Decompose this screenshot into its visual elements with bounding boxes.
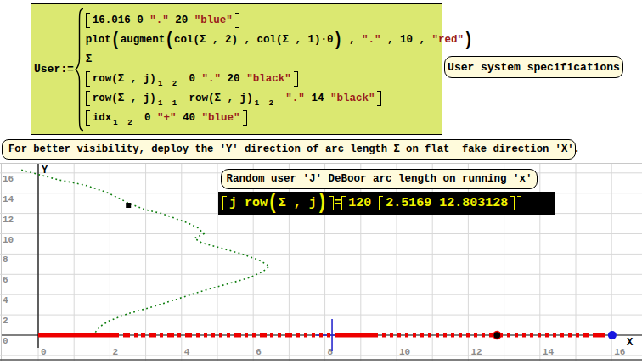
math-token: (	[111, 31, 121, 49]
math-token: idx	[93, 112, 112, 124]
math-token: (	[268, 193, 279, 214]
bracket	[86, 91, 90, 106]
x-tick-label: 12	[470, 347, 482, 357]
definition-row-3: Σ	[86, 50, 473, 69]
math-token: 40	[177, 112, 202, 124]
math-token: "."	[202, 73, 222, 85]
plot-title-text: Random user 'J' DeBoor arc length on run…	[226, 173, 532, 185]
math-token: )	[317, 193, 328, 214]
math-token: ·0	[321, 34, 334, 46]
definition-row-5: row(Σ , j)1 1 row(Σ , j)1 2 "." 14 "blac…	[86, 89, 473, 108]
x-axis-letter: X	[627, 337, 634, 349]
math-token: row	[93, 92, 112, 104]
result-expression: j row(Σ , j)=120 2.5169 12.803128	[222, 194, 521, 212]
math-token: row	[183, 92, 208, 104]
banner-text: For better visibility, deploy the 'Y' di…	[8, 143, 580, 155]
math-token: "black"	[330, 92, 375, 104]
math-token: 0	[138, 112, 158, 124]
bracket	[235, 13, 239, 28]
bracket	[86, 110, 90, 126]
bracket	[510, 196, 515, 210]
math-token: Σ , j	[118, 73, 150, 85]
math-token: )	[246, 92, 253, 104]
y-tick-label: 10	[3, 235, 14, 245]
math-token: )	[464, 31, 473, 49]
spec-bubble-text: User system specifications	[448, 61, 620, 74]
x-tick-label: 0	[41, 347, 47, 357]
y-tick-label: 6	[3, 275, 8, 285]
math-token: Σ , 2	[200, 34, 232, 46]
visibility-banner[interactable]: For better visibility, deploy the 'Y' di…	[2, 139, 576, 160]
x-tick-label: 16	[614, 347, 625, 357]
math-token: 1 2	[113, 119, 134, 127]
y-tick-label: 14	[3, 194, 14, 204]
math-token: Σ	[86, 53, 93, 65]
math-token: (	[165, 31, 174, 49]
math-token: 1 1	[158, 99, 179, 108]
math-token: "+"	[157, 112, 177, 124]
math-token: =	[334, 196, 341, 210]
math-token: "."	[362, 34, 381, 46]
math-token: Σ , 1	[283, 34, 315, 46]
math-token: (	[193, 34, 200, 46]
y-axis-letter: Y	[42, 165, 48, 176]
math-token: 1 2	[158, 80, 179, 88]
math-token: (	[276, 34, 283, 46]
x-tick-label: 2	[112, 347, 118, 357]
curly-brace	[75, 8, 85, 132]
math-token: "."	[285, 92, 305, 104]
user-definition-box[interactable]: User:= 16.016 0 "." 20 "blue" plot(augme…	[31, 3, 442, 135]
bracket	[243, 110, 247, 126]
math-token: 1 2	[255, 99, 276, 108]
definition-row-2: plot(augment(col(Σ , 2) , col(Σ , 1)·0) …	[86, 31, 473, 49]
result-readout-box[interactable]: j row(Σ , j)=120 2.5169 12.803128	[218, 192, 555, 215]
math-token: 120	[348, 196, 379, 210]
y-tick-label: 4	[3, 295, 8, 305]
plot-title-bubble[interactable]: Random user 'J' DeBoor arc length on run…	[221, 169, 538, 189]
math-token: "red"	[431, 34, 464, 46]
math-token: col	[174, 34, 194, 46]
math-token: "blue"	[194, 14, 233, 26]
math-token: row	[93, 73, 112, 85]
bracket	[379, 196, 383, 210]
math-token: (	[111, 92, 118, 104]
math-token: (	[111, 73, 118, 85]
spec-bubble[interactable]: User system specifications	[444, 56, 623, 78]
bracket	[341, 196, 346, 210]
math-token: )	[314, 34, 321, 46]
definition-row-1: 16.016 0 "." 20 "blue"	[86, 11, 473, 30]
smath-worksheet: { "formula_box": { "lhs": "User:=", "row…	[0, 0, 642, 364]
current-point-square	[126, 203, 131, 208]
math-token: Σ , j	[215, 92, 247, 104]
math-token: )	[149, 73, 156, 85]
x-tick-label: 6	[256, 347, 262, 357]
math-token: (	[208, 92, 215, 104]
bracket	[377, 91, 381, 106]
math-token: "blue"	[202, 112, 240, 124]
x-tick-label: 4	[184, 347, 190, 357]
bracket	[86, 13, 90, 28]
math-token: 20	[221, 73, 246, 85]
bracket	[294, 71, 298, 87]
math-token: )	[334, 31, 343, 49]
math-token: , col	[238, 34, 276, 46]
math-token: )	[232, 34, 239, 46]
definition-row-4: row(Σ , j)1 2 0 "." 20 "black"	[86, 70, 473, 88]
math-token: , 10 ,	[380, 34, 431, 46]
math-token: 20	[169, 14, 194, 26]
math-token: "."	[149, 14, 169, 26]
math-token: plot	[86, 34, 111, 46]
math-token	[279, 92, 286, 104]
definition-row-6: idx1 2 0 "+" 40 "blue"	[86, 109, 473, 127]
math-token: 2.5169 12.803128	[386, 196, 508, 210]
y-tick-label: 12	[3, 215, 14, 225]
current-arc-dot	[493, 332, 501, 339]
x-tick-label: 14	[543, 347, 555, 357]
bracket	[222, 196, 227, 210]
blue-endpoint-dot	[608, 331, 617, 339]
math-token: j row	[229, 196, 268, 210]
math-token: 0	[183, 73, 202, 85]
definition-rows: 16.016 0 "." 20 "blue" plot(augment(col(…	[86, 11, 473, 127]
math-token: 16.016 0	[93, 14, 150, 26]
y-tick-label: 2	[3, 316, 8, 326]
